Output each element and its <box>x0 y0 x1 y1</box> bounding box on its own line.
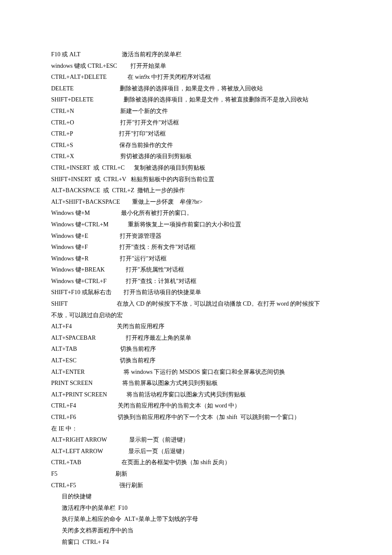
text-line: ALT+TAB 切换当前程序 <box>51 344 341 355</box>
text-line: 激活程序中的菜单栏 F10 <box>51 503 341 514</box>
text-line: Windows 键+CTRL+M 重新将恢复上一项操作前窗口的大小和位置 <box>51 219 341 231</box>
text-line: 不放，可以跳过自启动的宏 <box>51 310 341 321</box>
text-line: Windows 键+CTRL+F 打开"查找：计算机"对话框 <box>51 276 341 287</box>
text-line: CTRL+N 新建一个新的文件 <box>51 106 341 117</box>
text-line: Windows 键+E 打开资源管理器 <box>51 231 341 242</box>
text-line: ALT+PRINT SCREEN 将当前活动程序窗口以图象方式拷贝到剪贴板 <box>51 389 341 401</box>
text-line: SHIFT+INSERT 或 CTRL+V 粘贴剪贴板中的内容到当前位置 <box>51 174 341 185</box>
text-line: ALT+LEFT ARROW 显示后一页（后退键） <box>51 446 341 457</box>
text-line: CTRL+F4 关闭当前应用程序中的当前文本（如 word 中） <box>51 400 341 412</box>
text-line: ALT+SHIFT+BACKSPACE 重做上一步怀废 牟僮?br> <box>51 197 341 208</box>
text-line: 在 IE 中： <box>51 423 341 435</box>
text-line: ALT+F4 关闭当前应用程序 <box>51 321 341 332</box>
text-line: windows 键或 CTRL+ESC 打开开始菜单 <box>51 61 341 72</box>
text-line: ALT+ESC 切换当前程序 <box>51 355 341 367</box>
text-line: F5 刷新 <box>51 468 341 480</box>
text-line: ALT+SPACEBAR 打开程序最左上角的菜单 <box>51 332 341 344</box>
text-line: CTRL+X 剪切被选择的项目到剪贴板 <box>51 151 341 162</box>
text-line: ALT+BACKSPACE 或 CTRL+Z 撤销上一步的操作 <box>51 185 341 197</box>
text-line: CTRL+F6 切换到当前应用程序中的下一个文本（加 shift 可以跳到前一个… <box>51 412 341 423</box>
text-line: 关闭多文档界面程序中的当 <box>51 525 341 537</box>
text-line: CTRL+ALT+DELETE 在 win9x 中打开关闭程序对话框 <box>51 72 341 83</box>
text-line: Windows 键+F 打开"查找：所有文件"对话框 <box>51 242 341 253</box>
text-line: CTRL+O 打开"打开文件"对话框 <box>51 117 341 129</box>
text-line: SHIFT 在放入 CD 的时候按下不放，可以跳过自动播放 CD。在打开 wor… <box>51 298 341 310</box>
text-line: PRINT SCREEN 将当前屏幕以图象方式拷贝到剪贴板 <box>51 378 341 389</box>
text-line: ALT+ENTER 将 windows 下运行的 MSDOS 窗口在窗口和全屏幕… <box>51 367 341 378</box>
text-line: 目的快捷键 <box>51 491 341 503</box>
text-line: DELETE 删除被选择的选择项目，如果是文件，将被放入回收站 <box>51 83 341 95</box>
text-line: Windows 键+R 打开"运行"对话框 <box>51 253 341 265</box>
text-line: SHIFT+DELETE 删除被选择的选择项目，如果是文件，将被直接删除而不是放… <box>51 94 341 106</box>
text-line: CTRL+TAB 在页面上的各框架中切换（加 shift 反向） <box>51 457 341 468</box>
text-line: CTRL+INSERT 或 CTRL+C 复制被选择的项目到剪贴板 <box>51 162 341 174</box>
text-line: 执行菜单上相应的命令 ALT+菜单上带下划线的字母 <box>51 514 341 525</box>
text-line: Windows 键+BREAK 打开"系统属性"对话框 <box>51 264 341 276</box>
text-line: CTRL+P 打开"打印"对话框 <box>51 128 341 140</box>
text-line: CTRL+F5 强行刷新 <box>51 480 341 491</box>
text-line: F10 或 ALT 激活当前程序的菜单栏 <box>51 49 341 61</box>
text-line: SHIFT+F10 或鼠标右击 打开当前活动项目的快捷菜单 <box>51 287 341 298</box>
text-line: Windows 键+M 最小化所有被打开的窗口。 <box>51 208 341 219</box>
document-page: F10 或 ALT 激活当前程序的菜单栏windows 键或 CTRL+ESC … <box>0 0 392 555</box>
text-line: ALT+RIGHT ARROW 显示前一页（前进键） <box>51 434 341 446</box>
text-line: 前窗口 CTRL+ F4 <box>51 537 341 548</box>
text-line: CTRL+S 保存当前操作的文件 <box>51 140 341 151</box>
